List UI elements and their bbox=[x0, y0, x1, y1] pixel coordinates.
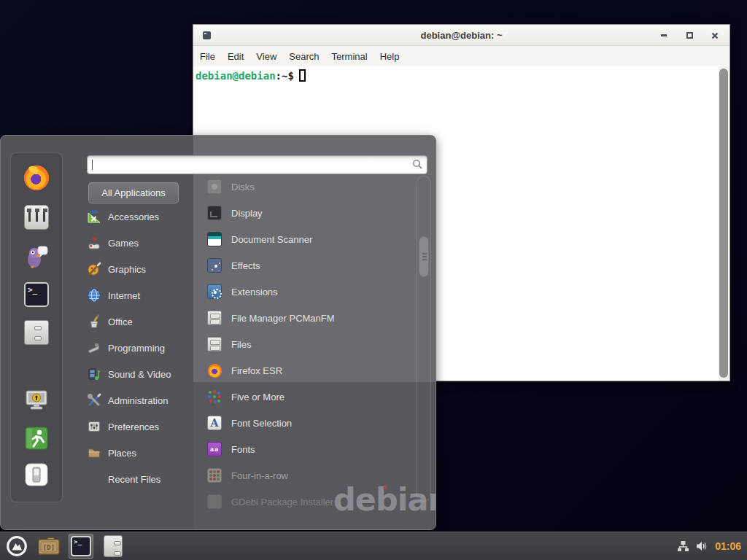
search-icon bbox=[412, 159, 422, 169]
terminal-window-button[interactable]: >_ bbox=[69, 534, 93, 559]
pidgin-icon[interactable] bbox=[24, 244, 49, 269]
gdebi-icon bbox=[207, 494, 222, 509]
search-input[interactable] bbox=[87, 155, 427, 174]
minimize-button[interactable] bbox=[659, 31, 668, 40]
category-label: Graphics bbox=[108, 264, 146, 275]
network-icon[interactable] bbox=[677, 540, 689, 552]
sound-video-icon bbox=[87, 367, 101, 381]
places-folder-icon bbox=[87, 446, 101, 460]
internet-icon bbox=[87, 288, 101, 303]
shut-down-icon[interactable] bbox=[24, 462, 49, 487]
file-manager-launcher[interactable]: [D] bbox=[36, 534, 61, 559]
category-administration[interactable]: Administration bbox=[87, 387, 198, 413]
category-label: Games bbox=[108, 238, 139, 249]
font-selection-icon: A bbox=[207, 416, 222, 430]
category-office[interactable]: Office bbox=[87, 308, 198, 335]
fonts-icon: aa bbox=[207, 442, 222, 456]
application-menu: debian >_ bbox=[0, 135, 436, 530]
start-menu-button[interactable] bbox=[4, 534, 29, 559]
terminal-icon[interactable]: >_ bbox=[24, 282, 49, 307]
terminal-scrollbar[interactable] bbox=[719, 66, 729, 381]
terminal-cursor bbox=[299, 69, 306, 82]
category-programming[interactable]: Programming bbox=[87, 335, 198, 361]
app-extensions[interactable]: Extensions bbox=[207, 279, 413, 305]
log-out-icon[interactable] bbox=[24, 426, 49, 451]
firefox-icon bbox=[207, 363, 222, 378]
preferences-icon bbox=[87, 419, 101, 434]
extensions-gear-icon bbox=[207, 284, 222, 299]
firefox-icon[interactable] bbox=[24, 166, 49, 190]
programming-icon bbox=[87, 341, 101, 355]
category-games[interactable]: Games bbox=[87, 230, 198, 256]
category-label: Places bbox=[108, 448, 136, 459]
text-caret bbox=[92, 160, 93, 170]
terminal-titlebar[interactable]: debian@debian: ~ bbox=[193, 25, 729, 46]
category-label: Recent Files bbox=[108, 474, 160, 485]
window-title: debian@debian: ~ bbox=[193, 30, 729, 41]
app-disks[interactable]: Disks bbox=[207, 174, 413, 200]
menu-file[interactable]: File bbox=[200, 51, 215, 62]
menu-edit[interactable]: Edit bbox=[228, 51, 244, 62]
app-gdebi-package-installer[interactable]: GDebi Package Installer bbox=[207, 489, 413, 515]
app-firefox-esr[interactable]: Firefox ESR bbox=[207, 357, 413, 384]
four-in-a-row-icon bbox=[207, 468, 222, 483]
disks-icon bbox=[207, 179, 222, 194]
terminal-scrollbar-thumb[interactable] bbox=[719, 69, 728, 378]
app-font-selection[interactable]: A Font Selection bbox=[207, 410, 413, 436]
application-list: Disks Display Document Scanner Effects E… bbox=[207, 174, 413, 515]
category-label: Office bbox=[108, 316, 133, 327]
svg-text:[D]: [D] bbox=[43, 544, 55, 551]
category-label: All Applications bbox=[101, 187, 165, 198]
category-list: All Applications Accessories bbox=[87, 182, 198, 492]
category-label: Programming bbox=[108, 343, 165, 354]
menu-scrollbar-thumb[interactable] bbox=[419, 236, 429, 277]
close-button[interactable] bbox=[711, 31, 719, 40]
menu-help[interactable]: Help bbox=[380, 51, 400, 62]
file-cabinet-icon bbox=[104, 535, 123, 557]
accessories-icon bbox=[87, 209, 101, 224]
prompt-path: :~$ bbox=[276, 70, 294, 82]
file-manager-icon[interactable] bbox=[24, 320, 49, 345]
category-sound-video[interactable]: Sound & Video bbox=[87, 361, 198, 387]
start-menu-icon bbox=[6, 535, 28, 557]
terminal-icon: >_ bbox=[71, 536, 91, 556]
category-label: Accessories bbox=[108, 211, 159, 222]
lock-screen-icon[interactable] bbox=[24, 387, 49, 412]
category-label: Administration bbox=[108, 395, 168, 406]
category-all-applications[interactable]: All Applications bbox=[88, 182, 179, 203]
menu-search[interactable]: Search bbox=[289, 51, 319, 62]
graphics-icon bbox=[87, 262, 101, 276]
category-places[interactable]: Places bbox=[87, 440, 198, 466]
menu-terminal[interactable]: Terminal bbox=[332, 51, 368, 62]
file-cabinet-icon bbox=[207, 337, 222, 351]
games-icon bbox=[87, 236, 101, 250]
window-menu-icon[interactable] bbox=[203, 31, 211, 39]
menu-scrollbar[interactable] bbox=[417, 176, 431, 502]
close-icon bbox=[711, 32, 719, 39]
menu-search-bar bbox=[87, 155, 427, 174]
menu-view[interactable]: View bbox=[256, 51, 276, 62]
maximize-button[interactable] bbox=[685, 31, 694, 40]
category-label: Preferences bbox=[108, 421, 159, 432]
category-accessories[interactable]: Accessories bbox=[87, 203, 198, 230]
app-four-in-a-row[interactable]: Four-in-a-row bbox=[207, 462, 413, 489]
app-effects[interactable]: Effects bbox=[207, 252, 413, 279]
prompt-user-host: debian@debian bbox=[196, 70, 276, 82]
settings-mixer-icon[interactable] bbox=[24, 205, 49, 230]
category-preferences[interactable]: Preferences bbox=[87, 413, 198, 440]
app-five-or-more[interactable]: Five or More bbox=[207, 384, 413, 410]
category-label: Sound & Video bbox=[108, 369, 171, 380]
file-cabinet-icon bbox=[207, 311, 222, 325]
category-recent-files[interactable]: Recent Files bbox=[87, 466, 198, 492]
taskbar-clock[interactable]: 01:06 bbox=[715, 540, 741, 552]
app-fonts[interactable]: aa Fonts bbox=[207, 436, 413, 462]
category-graphics[interactable]: Graphics bbox=[87, 256, 198, 282]
category-label: Internet bbox=[108, 290, 140, 301]
app-display[interactable]: Display bbox=[207, 200, 413, 226]
volume-icon[interactable] bbox=[696, 540, 708, 552]
app-file-manager-pcmanfm[interactable]: File Manager PCManFM bbox=[207, 305, 413, 331]
files-launcher[interactable] bbox=[101, 534, 125, 559]
app-files[interactable]: Files bbox=[207, 331, 413, 357]
app-document-scanner[interactable]: Document Scanner bbox=[207, 226, 413, 252]
category-internet[interactable]: Internet bbox=[87, 282, 198, 308]
